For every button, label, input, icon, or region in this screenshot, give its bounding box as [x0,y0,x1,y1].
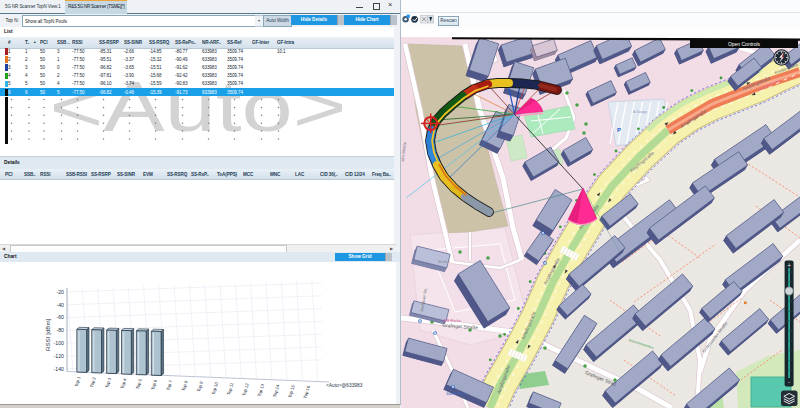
svg-text:-20: -20 [57,289,65,295]
svg-text:-40: -40 [57,302,65,308]
svg-text:Top 16: Top 16 [302,385,311,399]
svg-text:+: + [787,262,791,269]
svg-text:-: - [788,378,790,385]
svg-text:Top 6: Top 6 [150,378,158,390]
svg-text:Top 10: Top 10 [211,381,220,395]
svg-text:Bröde: Bröde [438,260,448,264]
svg-text:Top 1: Top 1 [74,375,82,387]
svg-text:Sankt Pius: Sankt Pius [446,391,466,396]
svg-text:-100: -100 [54,340,64,346]
svg-text:Top 11: Top 11 [226,381,235,395]
svg-text:-80: -80 [57,327,65,333]
svg-text:-140: -140 [54,366,64,372]
svg-text:Top 4: Top 4 [120,377,128,389]
svg-text:Top 12: Top 12 [241,382,250,396]
svg-text:Top 14: Top 14 [272,383,281,397]
svg-text:Top 13: Top 13 [257,383,266,397]
svg-text:RSSI [dBm]: RSSI [dBm] [44,318,51,351]
svg-text:Top 5: Top 5 [135,378,143,390]
svg-text:Top 9: Top 9 [196,380,204,392]
svg-text:Top 3: Top 3 [104,376,112,388]
svg-text:Top 8: Top 8 [181,380,189,392]
svg-text:<Auto>@633983: <Auto>@633983 [326,383,363,388]
svg-text:Top 7: Top 7 [165,379,173,391]
svg-text:A B Marke: A B Marke [443,319,461,323]
svg-text:Top 15: Top 15 [287,384,296,398]
svg-text:Top 2: Top 2 [89,376,97,388]
svg-text:A-Garage: A-Garage [633,110,647,114]
svg-text:Open Controls: Open Controls [728,41,761,47]
svg-text:-60: -60 [57,314,65,320]
svg-text:P: P [617,127,621,133]
svg-text:-120: -120 [54,353,64,359]
